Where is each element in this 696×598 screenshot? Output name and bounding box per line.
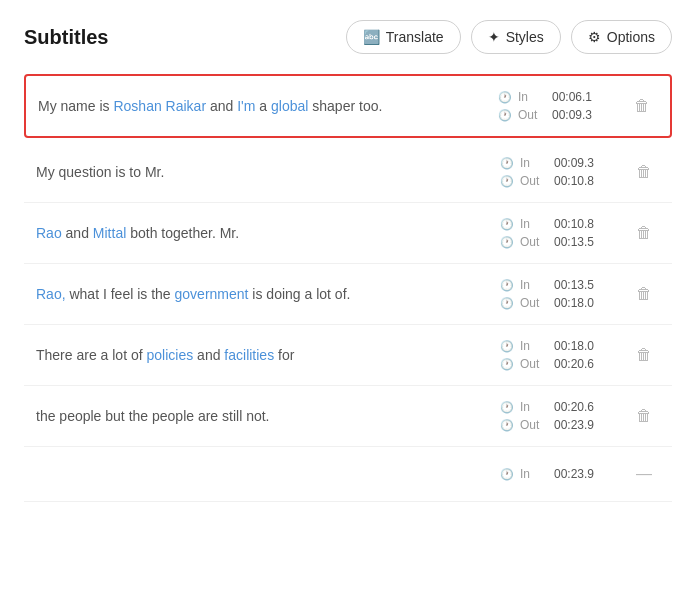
highlight: global [271,98,308,114]
in-time: 00:09.3 [546,156,594,170]
time-out-row: 🕐 Out 00:18.0 [500,296,594,310]
highlight: Mittal [93,225,126,241]
time-in-row: 🕐 In 00:06.1 [498,90,592,104]
in-time: 00:10.8 [546,217,594,231]
in-time: 00:20.6 [546,400,594,414]
in-label: In [520,339,540,353]
subtitle-text: My question is to Mr. [36,162,484,183]
time-in-row: 🕐 In 00:23.9 [500,467,594,481]
clock-icon: 🕐 [500,419,514,432]
delete-button[interactable]: 🗑 [628,403,660,429]
in-time: 00:13.5 [546,278,594,292]
in-time: 00:06.1 [544,90,592,104]
main-container: Subtitles 🔤 Translate ✦ Styles ⚙ Options… [0,0,696,522]
in-label: In [520,278,540,292]
subtitle-row[interactable]: Rao and Mittal both together. Mr. 🕐 In 0… [24,203,672,264]
subtitle-row[interactable]: the people but the people are still not.… [24,386,672,447]
clock-icon: 🕐 [500,279,514,292]
clock-icon: 🕐 [500,297,514,310]
in-label: In [520,217,540,231]
subtitle-row[interactable]: 🕐 In 00:23.9 — [24,447,672,502]
time-out-row: 🕐 Out 00:23.9 [500,418,594,432]
subtitle-row[interactable]: My question is to Mr. 🕐 In 00:09.3 🕐 Out… [24,142,672,203]
time-out-row: 🕐 Out 00:20.6 [500,357,594,371]
time-out-row: 🕐 Out 00:09.3 [498,108,592,122]
out-time: 00:20.6 [546,357,594,371]
in-label: In [520,467,540,481]
time-in-row: 🕐 In 00:20.6 [500,400,594,414]
out-time: 00:10.8 [546,174,594,188]
subtitle-list: My name is Roshan Raikar and I'm a globa… [24,74,672,502]
in-time: 00:23.9 [546,467,594,481]
out-time: 00:23.9 [546,418,594,432]
out-label: Out [520,357,540,371]
highlight: government [175,286,249,302]
in-label: In [518,90,538,104]
subtitle-text: There are a lot of policies and faciliti… [36,345,484,366]
delete-button[interactable]: 🗑 [628,220,660,246]
highlight: policies [147,347,194,363]
styles-icon: ✦ [488,29,500,45]
clock-icon: 🕐 [500,218,514,231]
header: Subtitles 🔤 Translate ✦ Styles ⚙ Options [24,20,672,54]
delete-button[interactable]: 🗑 [626,93,658,119]
out-time: 00:13.5 [546,235,594,249]
in-label: In [520,400,540,414]
highlight: Roshan Raikar [113,98,206,114]
out-label: Out [520,235,540,249]
out-time: 00:18.0 [546,296,594,310]
time-in-row: 🕐 In 00:18.0 [500,339,594,353]
out-label: Out [520,174,540,188]
time-in-row: 🕐 In 00:13.5 [500,278,594,292]
subtitle-meta: 🕐 In 00:13.5 🕐 Out 00:18.0 [500,278,620,310]
highlight: facilities [224,347,274,363]
out-label: Out [520,418,540,432]
subtitle-text: My name is Roshan Raikar and I'm a globa… [38,96,482,117]
out-label: Out [520,296,540,310]
clock-icon: 🕐 [500,468,514,481]
clock-icon: 🕐 [498,109,512,122]
subtitle-row[interactable]: There are a lot of policies and faciliti… [24,325,672,386]
translate-label: Translate [386,29,444,45]
in-label: In [520,156,540,170]
delete-button[interactable]: 🗑 [628,281,660,307]
clock-icon: 🕐 [498,91,512,104]
highlight: Rao, [36,286,66,302]
subtitle-row[interactable]: Rao, what I feel is the government is do… [24,264,672,325]
options-label: Options [607,29,655,45]
subtitle-meta: 🕐 In 00:23.9 [500,467,620,481]
delete-button[interactable]: 🗑 [628,159,660,185]
time-in-row: 🕐 In 00:10.8 [500,217,594,231]
header-buttons: 🔤 Translate ✦ Styles ⚙ Options [346,20,672,54]
time-out-row: 🕐 Out 00:13.5 [500,235,594,249]
out-label: Out [518,108,538,122]
clock-icon: 🕐 [500,236,514,249]
subtitle-meta: 🕐 In 00:10.8 🕐 Out 00:13.5 [500,217,620,249]
styles-label: Styles [506,29,544,45]
highlight: Rao [36,225,62,241]
options-icon: ⚙ [588,29,601,45]
delete-button[interactable]: 🗑 [628,342,660,368]
highlight: I'm [237,98,255,114]
subtitle-row[interactable]: My name is Roshan Raikar and I'm a globa… [24,74,672,138]
subtitle-text: Rao and Mittal both together. Mr. [36,223,484,244]
time-out-row: 🕐 Out 00:10.8 [500,174,594,188]
subtitle-text: the people but the people are still not. [36,406,484,427]
translate-button[interactable]: 🔤 Translate [346,20,461,54]
page-title: Subtitles [24,26,108,49]
out-time: 00:09.3 [544,108,592,122]
delete-button[interactable]: — [628,461,660,487]
translate-icon: 🔤 [363,29,380,45]
time-in-row: 🕐 In 00:09.3 [500,156,594,170]
subtitle-meta: 🕐 In 00:18.0 🕐 Out 00:20.6 [500,339,620,371]
subtitle-meta: 🕐 In 00:09.3 🕐 Out 00:10.8 [500,156,620,188]
subtitle-text: Rao, what I feel is the government is do… [36,284,484,305]
options-button[interactable]: ⚙ Options [571,20,672,54]
in-time: 00:18.0 [546,339,594,353]
clock-icon: 🕐 [500,157,514,170]
clock-icon: 🕐 [500,401,514,414]
clock-icon: 🕐 [500,175,514,188]
subtitle-meta: 🕐 In 00:20.6 🕐 Out 00:23.9 [500,400,620,432]
clock-icon: 🕐 [500,358,514,371]
styles-button[interactable]: ✦ Styles [471,20,561,54]
